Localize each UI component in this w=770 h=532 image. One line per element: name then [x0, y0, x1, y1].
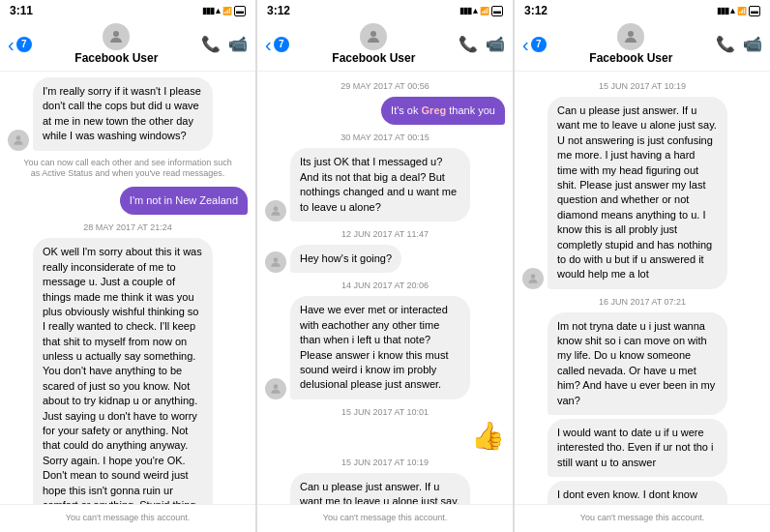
incoming-bubble: Im not tryna date u i just wanna know sh… [548, 312, 727, 415]
messages-area: I'm really sorry if it wasn't I please d… [0, 72, 255, 504]
phone-icon[interactable]: 📞 [201, 35, 221, 53]
message-avatar [522, 268, 544, 289]
header-center: Facebook User [295, 23, 453, 65]
messages-area: 15 JUN 2017 AT 10:19Can u please just an… [515, 72, 770, 504]
message-row: I would want to date u if u were interes… [522, 419, 762, 477]
phone-panel-3: 3:12 ▮▮▮ ▴ 📶 ▬ ‹ 7 Facebook User 📞 📹 15 … [515, 0, 770, 532]
incoming-bubble: Its just OK that I messaged u? And its n… [290, 148, 470, 222]
chat-header: ‹ 7 Facebook User 📞 📹 [257, 19, 513, 72]
timestamp-label: 30 MAY 2017 AT 00:15 [265, 133, 505, 142]
incoming-bubble: I would want to date u if u were interes… [548, 419, 727, 477]
system-message: You can now call each other and see info… [8, 155, 248, 183]
svg-point-6 [274, 384, 279, 389]
header-actions: 📞 📹 [459, 35, 505, 53]
message-row: Its just OK that I messaged u? And its n… [265, 148, 505, 222]
header-center: Facebook User [552, 23, 710, 65]
avatar [360, 23, 387, 50]
incoming-bubble: Can u please just answer. If u want me t… [290, 473, 470, 504]
back-chevron-icon: ‹ [522, 35, 529, 54]
message-row: Hey how's it going? [265, 245, 505, 273]
message-row: OK well I'm sorry about this it was real… [8, 238, 248, 504]
timestamp-label: 12 JUN 2017 AT 11:47 [265, 229, 505, 239]
incoming-bubble: OK well I'm sorry about this it was real… [33, 238, 213, 504]
message-row: 👍 [265, 423, 505, 450]
incoming-bubble: Can u please just answer. If u want me t… [548, 97, 727, 289]
svg-point-4 [274, 206, 279, 211]
phone-icon[interactable]: 📞 [459, 35, 478, 53]
timestamp-label: 16 JUN 2017 AT 07:21 [522, 297, 762, 307]
message-row: I dont even know. I dont know whats goin… [522, 481, 762, 504]
incoming-bubble: I dont even know. I dont know whats goin… [548, 481, 727, 504]
phone-icon[interactable]: 📞 [716, 35, 735, 53]
message-avatar [8, 130, 29, 151]
timestamp-label: 15 JUN 2017 AT 10:19 [265, 458, 505, 467]
back-button[interactable]: ‹ 7 [265, 35, 289, 54]
status-bar: 3:11 ▮▮▮ ▴ 📶 ▬ [0, 0, 255, 19]
back-chevron-icon: ‹ [8, 35, 15, 54]
contact-name: Facebook User [332, 51, 415, 65]
chat-footer: You can't message this account. [257, 504, 513, 532]
video-icon[interactable]: 📹 [228, 35, 248, 53]
svg-point-5 [274, 258, 279, 263]
messages-area: 29 MAY 2017 AT 00:56It's ok Greg thank y… [257, 72, 513, 504]
incoming-bubble: I'm really sorry if it wasn't I please d… [33, 77, 213, 151]
contact-name: Facebook User [589, 51, 672, 65]
timestamp-label: 29 MAY 2017 AT 00:56 [265, 81, 505, 91]
message-row: Have we ever met or interacted with each… [265, 296, 505, 399]
emoji-message: 👍 [471, 423, 505, 450]
chat-footer: You can't message this account. [515, 504, 770, 532]
cant-message-notice: You can't message this account. [8, 509, 248, 526]
message-row: I'm not in New Zealand [8, 187, 248, 215]
back-chevron-icon: ‹ [265, 35, 272, 54]
contact-name: Facebook User [74, 51, 158, 65]
header-actions: 📞 📹 [201, 35, 248, 53]
timestamp-label: 14 JUN 2017 AT 20:06 [265, 281, 505, 290]
status-time: 3:12 [524, 4, 548, 17]
header-actions: 📞 📹 [716, 35, 762, 53]
incoming-bubble: Have we ever met or interacted with each… [290, 296, 470, 399]
timestamp-label: 15 JUN 2017 AT 10:01 [265, 407, 505, 417]
back-button[interactable]: ‹ 7 [8, 35, 32, 54]
status-bar: 3:12 ▮▮▮ ▴ 📶 ▬ [515, 0, 770, 19]
incoming-bubble: Hey how's it going? [290, 245, 401, 273]
message-row: Can u please just answer. If u want me t… [522, 97, 762, 289]
timestamp-label: 28 MAY 2017 AT 21:24 [8, 222, 248, 232]
outgoing-bubble: It's ok Greg thank you [381, 97, 505, 125]
notification-badge: 7 [16, 37, 32, 52]
svg-point-3 [370, 31, 376, 37]
message-avatar [265, 378, 286, 399]
status-bar: 3:12 ▮▮▮ ▴ 📶 ▬ [257, 0, 513, 19]
svg-point-8 [628, 31, 634, 37]
status-icons: ▮▮▮ ▴ 📶 ▬ [459, 6, 503, 16]
message-avatar [265, 200, 286, 222]
status-time: 3:12 [267, 4, 290, 17]
phone-panel-2: 3:12 ▮▮▮ ▴ 📶 ▬ ‹ 7 Facebook User 📞 📹 29 … [257, 0, 514, 532]
message-avatar [265, 251, 286, 273]
video-icon[interactable]: 📹 [743, 35, 762, 53]
notification-badge: 7 [274, 37, 289, 52]
chat-header: ‹ 7 Facebook User 📞 📹 [515, 19, 770, 72]
outgoing-bubble: I'm not in New Zealand [120, 187, 248, 215]
phone-panel-1: 3:11 ▮▮▮ ▴ 📶 ▬ ‹ 7 Facebook User 📞 📹 I'm… [0, 0, 256, 532]
svg-point-1 [16, 135, 21, 140]
svg-point-9 [531, 274, 536, 279]
chat-footer: You can't message this account. [0, 504, 255, 532]
header-center: Facebook User [38, 23, 195, 65]
avatar [617, 23, 644, 50]
chat-header: ‹ 7 Facebook User 📞 📹 [0, 19, 255, 72]
status-icons: ▮▮▮ ▴ 📶 ▬ [717, 6, 760, 16]
message-row: Im not tryna date u i just wanna know sh… [522, 312, 762, 415]
cant-message-notice: You can't message this account. [522, 509, 762, 526]
notification-badge: 7 [531, 37, 547, 52]
back-button[interactable]: ‹ 7 [522, 35, 547, 54]
status-icons: ▮▮▮ ▴ 📶 ▬ [202, 6, 246, 16]
status-time: 3:11 [10, 4, 33, 17]
avatar [103, 23, 130, 50]
timestamp-label: 15 JUN 2017 AT 10:19 [522, 81, 762, 91]
cant-message-notice: You can't message this account. [265, 509, 505, 526]
svg-point-0 [113, 31, 119, 37]
message-row: It's ok Greg thank you [265, 97, 505, 125]
video-icon[interactable]: 📹 [486, 35, 505, 53]
message-row: Can u please just answer. If u want me t… [265, 473, 505, 504]
message-row: I'm really sorry if it wasn't I please d… [8, 77, 248, 151]
